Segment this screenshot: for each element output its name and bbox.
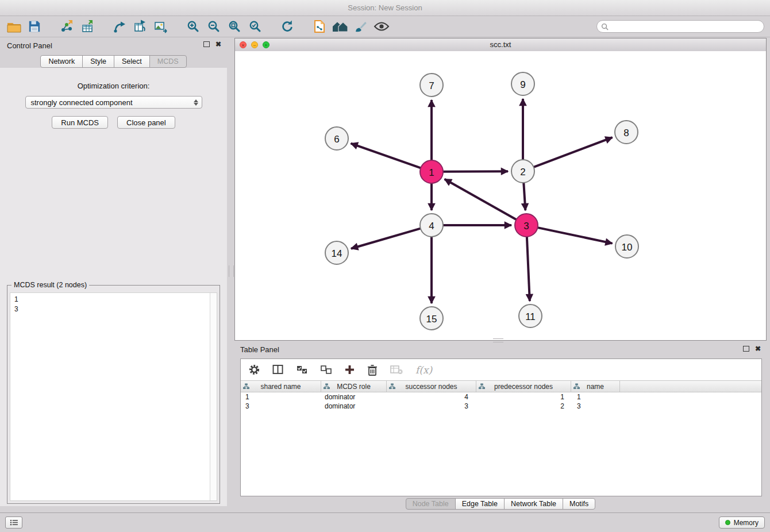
open-session-button[interactable] <box>3 18 24 35</box>
gear-icon <box>249 364 260 375</box>
network-canvas[interactable]: 7968124314101511 <box>235 51 766 340</box>
column-header-mcds-role[interactable]: MCDS role <box>321 381 387 392</box>
control-panel-header: Control Panel ✖ <box>0 38 227 53</box>
graph-node-label-11: 11 <box>525 311 536 322</box>
search-input[interactable] <box>596 20 764 33</box>
cell-mcds-role: dominator <box>321 392 387 402</box>
cell-shared-name: 1 <box>241 392 321 402</box>
tab-mcds[interactable]: MCDS <box>149 55 187 68</box>
clone-network-button[interactable] <box>130 18 151 35</box>
apply-style-icon <box>354 20 368 33</box>
graph-edge-3-1[interactable] <box>445 179 517 219</box>
new-network-icon <box>113 20 126 33</box>
network-window-titlebar[interactable]: × − + scc.txt <box>235 38 766 52</box>
export-image-button[interactable] <box>151 18 171 35</box>
refresh-network-icon <box>280 20 294 33</box>
copy-style-icon <box>313 20 326 33</box>
close-panel-button[interactable]: Close panel <box>117 116 175 129</box>
trash-icon <box>367 364 378 376</box>
cell-mcds-role: dominator <box>321 402 387 411</box>
show-graphics-details-button[interactable] <box>371 18 392 35</box>
tab-style[interactable]: Style <box>82 55 114 68</box>
cell-shared-name: 3 <box>241 402 321 411</box>
graph-edge-3-10[interactable] <box>538 228 613 243</box>
mcds-result-title: MCDS result (2 nodes) <box>11 281 89 289</box>
import-network-button[interactable] <box>56 18 77 35</box>
mcds-panel: Optimization criterion: strongly connect… <box>0 68 227 506</box>
network-graph[interactable]: 7968124314101511 <box>235 51 766 340</box>
copy-style-button[interactable] <box>309 18 330 35</box>
zoom-selected-button[interactable] <box>245 18 265 35</box>
network-window-title: scc.txt <box>235 38 766 51</box>
graph-node-label-10: 10 <box>622 242 633 253</box>
table-settings-button[interactable] <box>249 364 260 375</box>
delete-column-button[interactable] <box>367 364 378 376</box>
horizontal-splitter-handle[interactable] <box>493 338 503 342</box>
table-row[interactable]: 1 dominator 4 1 1 <box>241 392 761 402</box>
new-network-button[interactable] <box>109 18 130 35</box>
network-view-window: × − + scc.txt 7968124314101511 <box>234 38 767 341</box>
close-table-panel-icon[interactable]: ✖ <box>755 346 761 352</box>
tab-select[interactable]: Select <box>114 55 150 68</box>
plus-icon <box>345 365 355 375</box>
zoom-selected-icon <box>249 20 261 33</box>
column-edit-icon <box>243 383 249 391</box>
run-mcds-button[interactable]: Run MCDS <box>52 116 108 129</box>
save-session-button[interactable] <box>24 18 45 35</box>
graph-edge-2-3[interactable] <box>523 183 525 210</box>
window-title: Session: New Session <box>348 3 422 12</box>
zoom-in-icon <box>187 20 199 33</box>
window-titlebar[interactable]: Session: New Session <box>0 0 770 16</box>
column-header-name[interactable]: name <box>571 381 620 392</box>
graph-edge-1-2[interactable] <box>443 171 508 172</box>
zoom-fit-icon <box>228 20 241 33</box>
vertical-splitter-handle[interactable] <box>229 265 234 277</box>
graph-node-label-4: 4 <box>429 221 434 232</box>
close-panel-icon[interactable]: ✖ <box>215 41 221 47</box>
optimization-criterion-select[interactable]: strongly connected component <box>25 96 202 109</box>
graph-edge-1-6[interactable] <box>351 144 421 168</box>
zoom-fit-button[interactable] <box>224 18 245 35</box>
import-table-button[interactable] <box>77 18 98 35</box>
tab-node-table[interactable]: Node Table <box>406 498 456 510</box>
float-table-panel-icon[interactable] <box>743 346 749 352</box>
graph-edge-4-14[interactable] <box>351 229 421 249</box>
show-columns-button[interactable] <box>272 365 284 375</box>
control-panel: Control Panel ✖ Network Style Select MCD… <box>0 38 227 510</box>
deselect-all-columns-button[interactable] <box>321 365 332 375</box>
tab-network[interactable]: Network <box>40 55 83 68</box>
delete-table-icon <box>390 365 403 375</box>
zoom-out-button[interactable] <box>203 18 224 35</box>
tab-edge-table[interactable]: Edge Table <box>455 498 505 510</box>
select-all-columns-button[interactable] <box>297 365 308 375</box>
search-icon <box>601 23 609 30</box>
graph-edge-2-8[interactable] <box>534 137 613 167</box>
apply-style-button[interactable] <box>351 18 371 35</box>
column-header-shared-name[interactable]: shared name <box>241 381 321 392</box>
result-scrollbar[interactable] <box>210 293 217 500</box>
home-button[interactable] <box>330 18 351 35</box>
table-row[interactable]: 3 dominator 3 2 3 <box>241 402 761 411</box>
column-header-successor-nodes[interactable]: successor nodes <box>387 381 476 392</box>
cell-name: 3 <box>571 402 620 411</box>
function-builder-button: f(x) <box>415 364 432 376</box>
memory-button[interactable]: Memory <box>719 516 765 529</box>
memory-label: Memory <box>734 519 759 527</box>
tab-network-table[interactable]: Network Table <box>504 498 563 510</box>
zoom-in-button[interactable] <box>183 18 203 35</box>
show-panels-button[interactable] <box>5 516 22 529</box>
table-panel-title: Table Panel <box>240 345 279 354</box>
import-table-icon <box>80 20 94 33</box>
create-column-button[interactable] <box>345 365 355 375</box>
cell-predecessor-nodes: 1 <box>476 392 571 402</box>
column-header-predecessor-nodes[interactable]: predecessor nodes <box>476 381 571 392</box>
graph-node-label-8: 8 <box>623 128 629 138</box>
float-panel-icon[interactable] <box>203 41 210 47</box>
graph-edge-3-11[interactable] <box>527 237 530 301</box>
graph-node-label-14: 14 <box>332 248 342 259</box>
graph-node-label-3: 3 <box>523 221 529 232</box>
graph-node-label-6: 6 <box>334 134 339 145</box>
mcds-result-textarea[interactable]: 1 3 <box>10 292 217 501</box>
refresh-network-button[interactable] <box>277 18 298 35</box>
tab-motifs[interactable]: Motifs <box>563 498 595 510</box>
